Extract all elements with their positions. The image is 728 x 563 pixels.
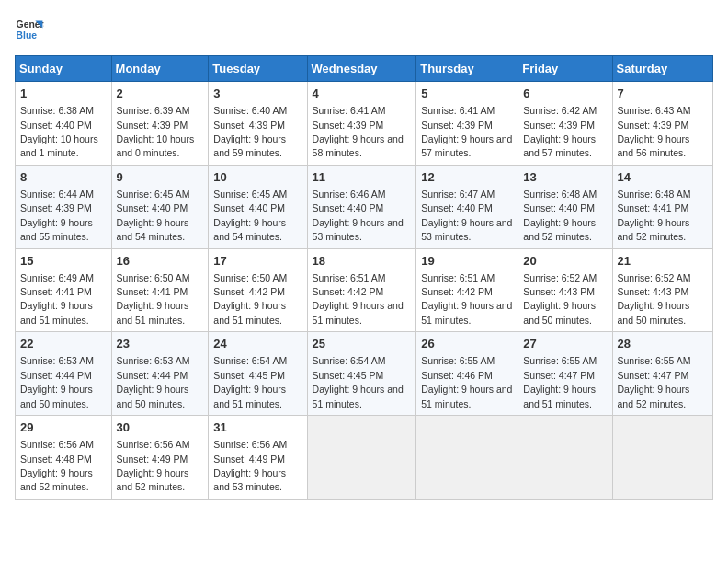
calendar-cell	[416, 416, 518, 500]
day-number: 25	[313, 336, 412, 352]
day-number: 24	[213, 336, 301, 352]
logo: General Blue	[15, 15, 44, 44]
day-number: 1	[20, 86, 107, 102]
calendar-cell: 16 Sunrise: 6:50 AMSunset: 4:41 PMDaylig…	[111, 248, 209, 332]
calendar-cell: 25 Sunrise: 6:54 AMSunset: 4:45 PMDaylig…	[307, 332, 416, 416]
day-number: 17	[213, 253, 301, 270]
calendar-cell: 28 Sunrise: 6:55 AMSunset: 4:47 PMDaylig…	[612, 332, 712, 416]
day-detail: Sunrise: 6:38 AMSunset: 4:40 PMDaylight:…	[20, 105, 98, 158]
day-detail: Sunrise: 6:55 AMSunset: 4:46 PMDaylight:…	[421, 355, 512, 408]
calendar-cell: 27 Sunrise: 6:55 AMSunset: 4:47 PMDaylig…	[518, 332, 612, 416]
day-detail: Sunrise: 6:56 AMSunset: 4:48 PMDaylight:…	[20, 439, 94, 492]
calendar-cell: 30 Sunrise: 6:56 AMSunset: 4:49 PMDaylig…	[111, 416, 209, 500]
day-number: 3	[213, 86, 301, 102]
day-detail: Sunrise: 6:46 AMSunset: 4:40 PMDaylight:…	[313, 189, 404, 242]
day-number: 15	[20, 253, 107, 270]
calendar-week-2: 8 Sunrise: 6:44 AMSunset: 4:39 PMDayligh…	[16, 165, 713, 248]
day-number: 22	[20, 336, 107, 352]
calendar-cell: 14 Sunrise: 6:48 AMSunset: 4:41 PMDaylig…	[612, 165, 712, 248]
calendar-cell	[307, 416, 416, 500]
day-detail: Sunrise: 6:44 AMSunset: 4:39 PMDaylight:…	[20, 189, 94, 242]
day-detail: Sunrise: 6:53 AMSunset: 4:44 PMDaylight:…	[20, 355, 94, 408]
weekday-header-tuesday: Tuesday	[209, 56, 307, 82]
day-detail: Sunrise: 6:51 AMSunset: 4:42 PMDaylight:…	[313, 272, 404, 326]
calendar-cell: 7 Sunrise: 6:43 AMSunset: 4:39 PMDayligh…	[612, 82, 712, 166]
day-detail: Sunrise: 6:52 AMSunset: 4:43 PMDaylight:…	[523, 272, 597, 326]
svg-text:Blue: Blue	[17, 30, 38, 40]
calendar-cell: 3 Sunrise: 6:40 AMSunset: 4:39 PMDayligh…	[209, 82, 307, 166]
day-number: 8	[20, 169, 107, 186]
day-number: 10	[213, 169, 301, 186]
day-number: 4	[313, 86, 412, 102]
day-number: 14	[618, 169, 708, 186]
weekday-header-monday: Monday	[111, 56, 209, 82]
day-detail: Sunrise: 6:45 AMSunset: 4:40 PMDaylight:…	[117, 189, 190, 242]
weekday-header-sunday: Sunday	[16, 56, 112, 82]
day-detail: Sunrise: 6:48 AMSunset: 4:41 PMDaylight:…	[618, 189, 691, 242]
calendar-cell: 12 Sunrise: 6:47 AMSunset: 4:40 PMDaylig…	[416, 165, 518, 248]
day-detail: Sunrise: 6:51 AMSunset: 4:42 PMDaylight:…	[421, 272, 512, 326]
weekday-header-thursday: Thursday	[416, 56, 518, 82]
calendar-cell: 1 Sunrise: 6:38 AMSunset: 4:40 PMDayligh…	[16, 82, 112, 166]
day-detail: Sunrise: 6:54 AMSunset: 4:45 PMDaylight:…	[313, 355, 404, 408]
calendar-cell: 11 Sunrise: 6:46 AMSunset: 4:40 PMDaylig…	[307, 165, 416, 248]
calendar-cell: 2 Sunrise: 6:39 AMSunset: 4:39 PMDayligh…	[111, 82, 209, 166]
day-detail: Sunrise: 6:40 AMSunset: 4:39 PMDaylight:…	[213, 105, 287, 158]
day-number: 18	[313, 253, 412, 270]
day-detail: Sunrise: 6:39 AMSunset: 4:39 PMDaylight:…	[117, 105, 195, 158]
page-header: General Blue	[15, 15, 713, 44]
day-number: 23	[117, 336, 204, 352]
day-number: 7	[618, 86, 708, 102]
day-detail: Sunrise: 6:56 AMSunset: 4:49 PMDaylight:…	[213, 439, 287, 492]
calendar-cell	[518, 416, 612, 500]
day-number: 6	[523, 86, 607, 102]
day-number: 28	[618, 336, 708, 352]
calendar-cell: 15 Sunrise: 6:49 AMSunset: 4:41 PMDaylig…	[16, 248, 112, 332]
day-number: 13	[523, 169, 607, 186]
day-number: 11	[313, 169, 412, 186]
calendar-cell: 4 Sunrise: 6:41 AMSunset: 4:39 PMDayligh…	[307, 82, 416, 166]
calendar-cell: 21 Sunrise: 6:52 AMSunset: 4:43 PMDaylig…	[612, 248, 712, 332]
day-detail: Sunrise: 6:56 AMSunset: 4:49 PMDaylight:…	[117, 439, 190, 492]
day-number: 29	[20, 419, 107, 436]
day-detail: Sunrise: 6:41 AMSunset: 4:39 PMDaylight:…	[313, 105, 404, 158]
calendar-cell: 9 Sunrise: 6:45 AMSunset: 4:40 PMDayligh…	[111, 165, 209, 248]
calendar-cell: 18 Sunrise: 6:51 AMSunset: 4:42 PMDaylig…	[307, 248, 416, 332]
day-number: 21	[618, 253, 708, 270]
day-number: 31	[213, 419, 301, 436]
day-detail: Sunrise: 6:41 AMSunset: 4:39 PMDaylight:…	[421, 105, 512, 158]
day-detail: Sunrise: 6:50 AMSunset: 4:41 PMDaylight:…	[117, 272, 190, 326]
day-detail: Sunrise: 6:55 AMSunset: 4:47 PMDaylight:…	[618, 355, 691, 408]
day-number: 12	[421, 169, 513, 186]
day-number: 2	[117, 86, 204, 102]
calendar-cell: 13 Sunrise: 6:48 AMSunset: 4:40 PMDaylig…	[518, 165, 612, 248]
day-detail: Sunrise: 6:54 AMSunset: 4:45 PMDaylight:…	[213, 355, 287, 408]
day-number: 27	[523, 336, 607, 352]
day-detail: Sunrise: 6:47 AMSunset: 4:40 PMDaylight:…	[421, 189, 512, 242]
day-detail: Sunrise: 6:45 AMSunset: 4:40 PMDaylight:…	[213, 189, 287, 242]
day-number: 9	[117, 169, 204, 186]
calendar-cell: 23 Sunrise: 6:53 AMSunset: 4:44 PMDaylig…	[111, 332, 209, 416]
calendar-week-3: 15 Sunrise: 6:49 AMSunset: 4:41 PMDaylig…	[16, 248, 713, 332]
calendar-cell: 29 Sunrise: 6:56 AMSunset: 4:48 PMDaylig…	[16, 416, 112, 500]
weekday-header-saturday: Saturday	[612, 56, 712, 82]
day-detail: Sunrise: 6:50 AMSunset: 4:42 PMDaylight:…	[213, 272, 287, 326]
calendar-cell: 26 Sunrise: 6:55 AMSunset: 4:46 PMDaylig…	[416, 332, 518, 416]
calendar-cell: 5 Sunrise: 6:41 AMSunset: 4:39 PMDayligh…	[416, 82, 518, 166]
day-detail: Sunrise: 6:53 AMSunset: 4:44 PMDaylight:…	[117, 355, 190, 408]
day-detail: Sunrise: 6:48 AMSunset: 4:40 PMDaylight:…	[523, 189, 597, 242]
day-number: 5	[421, 86, 513, 102]
calendar-cell: 17 Sunrise: 6:50 AMSunset: 4:42 PMDaylig…	[209, 248, 307, 332]
calendar-cell: 6 Sunrise: 6:42 AMSunset: 4:39 PMDayligh…	[518, 82, 612, 166]
weekday-header-wednesday: Wednesday	[307, 56, 416, 82]
day-detail: Sunrise: 6:49 AMSunset: 4:41 PMDaylight:…	[20, 272, 94, 326]
calendar-cell: 31 Sunrise: 6:56 AMSunset: 4:49 PMDaylig…	[209, 416, 307, 500]
day-detail: Sunrise: 6:52 AMSunset: 4:43 PMDaylight:…	[618, 272, 691, 326]
calendar-cell: 19 Sunrise: 6:51 AMSunset: 4:42 PMDaylig…	[416, 248, 518, 332]
day-detail: Sunrise: 6:43 AMSunset: 4:39 PMDaylight:…	[618, 105, 691, 158]
calendar-week-4: 22 Sunrise: 6:53 AMSunset: 4:44 PMDaylig…	[16, 332, 713, 416]
calendar-week-5: 29 Sunrise: 6:56 AMSunset: 4:48 PMDaylig…	[16, 416, 713, 500]
calendar-cell	[612, 416, 712, 500]
day-number: 16	[117, 253, 204, 270]
day-detail: Sunrise: 6:42 AMSunset: 4:39 PMDaylight:…	[523, 105, 597, 158]
